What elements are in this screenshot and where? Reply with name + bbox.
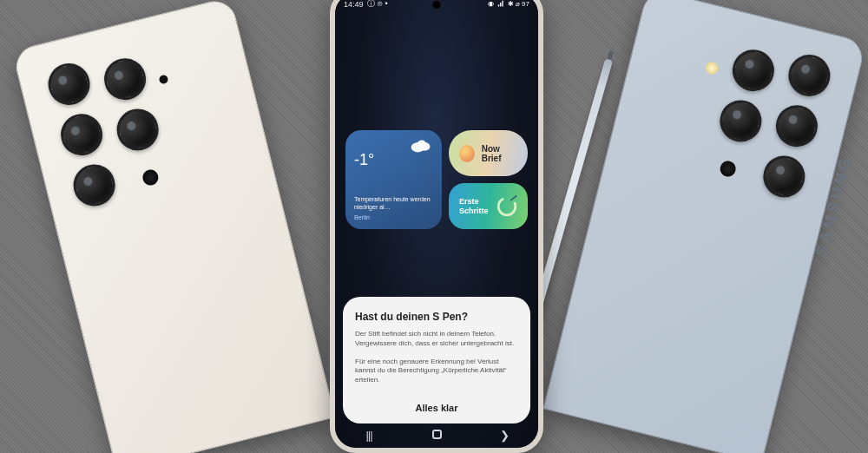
signal-icon (497, 0, 505, 8)
erste-line2: Schritte (459, 207, 489, 216)
phone-right-back: SAMSUNG (542, 0, 866, 453)
camera-sensor-icon (719, 160, 738, 179)
camera-lens-icon (772, 101, 822, 151)
svg-point-3 (498, 198, 516, 215)
s-pen-dialog: Hast du deinen S Pen? Der Stift befindet… (343, 297, 530, 423)
now-brief-label: Now Brief (482, 144, 517, 163)
flash-icon (158, 74, 168, 84)
nav-home-button[interactable] (424, 429, 450, 442)
svg-line-4 (510, 195, 516, 200)
pen-swirl-icon (495, 194, 519, 219)
erste-schritte-widget[interactable]: Erste Schritte (449, 183, 528, 229)
status-left-icons: ⓘ ⊙ • (367, 0, 388, 10)
dialog-body-1: Der Stift befindet sich nicht in deinem … (355, 330, 518, 349)
weather-description: Temperaturen heute werden niedriger al… (354, 196, 433, 211)
nav-back-button[interactable]: ❮ (491, 429, 517, 442)
battery-text: ✱ ⌀ 97 (508, 0, 529, 8)
dialog-ok-button[interactable]: Alles klar (355, 397, 518, 415)
weather-widget[interactable]: -1° Temperaturen heute werden niedriger … (345, 130, 442, 229)
flash-icon (705, 61, 720, 76)
camera-lens-icon (56, 109, 107, 160)
nav-recents-button[interactable]: ||| (356, 429, 382, 442)
status-time: 14:49 (344, 0, 364, 9)
weather-city: Berlin (354, 214, 433, 220)
svg-point-2 (418, 140, 426, 147)
camera-lens-icon (100, 54, 150, 104)
camera-lens-icon (728, 45, 779, 95)
cloud-icon (409, 137, 433, 154)
widgets-area: -1° Temperaturen heute werden niedriger … (345, 130, 528, 229)
status-bar: 14:49 ⓘ ⊙ • ✱ ⌀ 97 (344, 0, 529, 10)
camera-lens-icon (113, 104, 163, 154)
dialog-title: Hast du deinen S Pen? (355, 311, 518, 323)
brand-text: SAMSUNG (812, 153, 855, 259)
camera-lens-icon (784, 50, 834, 101)
camera-sensor-icon (141, 168, 160, 187)
phone-screen[interactable]: 14:49 ⓘ ⊙ • ✱ ⌀ 97 -1° Temperaturen heut… (335, 0, 538, 448)
now-brief-icon (459, 145, 475, 162)
vibrate-icon (487, 0, 495, 8)
phone-left-back (11, 0, 335, 453)
camera-lens-icon (43, 59, 94, 109)
nav-bar: ||| ❮ (335, 425, 538, 444)
phone-center: 14:49 ⓘ ⊙ • ✱ ⌀ 97 -1° Temperaturen heut… (330, 0, 543, 453)
camera-lens-icon (759, 151, 809, 201)
camera-lens-icon (715, 95, 766, 146)
camera-lens-icon (69, 160, 120, 210)
now-brief-widget[interactable]: Now Brief (449, 130, 528, 176)
erste-line1: Erste (459, 197, 489, 207)
dialog-body-2: Für eine noch genauere Erkennung bei Ver… (355, 358, 518, 385)
